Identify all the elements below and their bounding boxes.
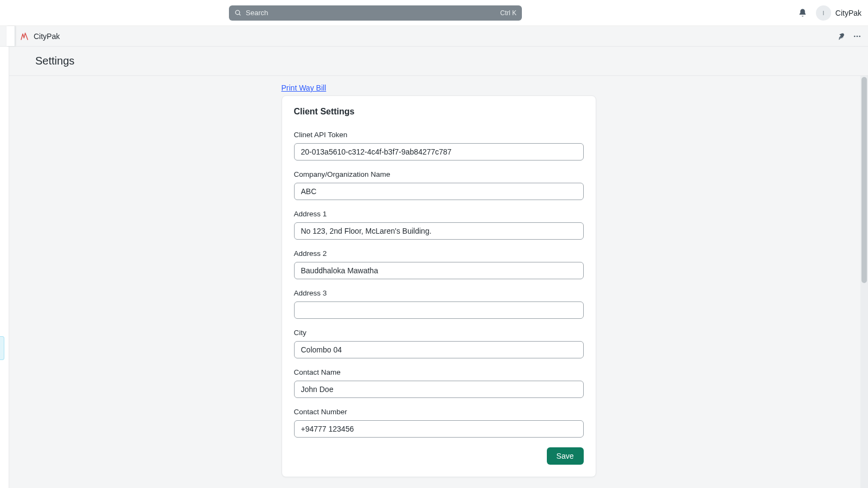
scrollbar-thumb[interactable] [861, 77, 867, 283]
address1-label: Address 1 [294, 210, 584, 218]
page-title: Settings [35, 55, 74, 67]
contact-number-input[interactable] [294, 420, 584, 438]
contact-number-label: Contact Number [294, 408, 584, 416]
sidebar-collapse-handle[interactable] [7, 26, 15, 46]
topbar: Ctrl K I CityPak [0, 0, 868, 26]
notifications-icon[interactable] [798, 8, 807, 17]
search-input[interactable] [246, 9, 500, 17]
city-input[interactable] [294, 341, 584, 358]
more-icon[interactable] [853, 32, 861, 41]
page-header: Settings [9, 47, 868, 76]
scrollbar[interactable] [860, 76, 868, 488]
search-icon [234, 9, 241, 16]
company-input[interactable] [294, 183, 584, 200]
address2-input[interactable] [294, 262, 584, 279]
left-collapse-tab[interactable] [0, 336, 4, 360]
client-settings-card: Client Settings Clinet API Token Company… [282, 95, 596, 477]
search-shortcut: Ctrl K [500, 9, 516, 17]
api-token-input[interactable] [294, 143, 584, 160]
content-area: Print Way Bill Client Settings Clinet AP… [9, 76, 868, 488]
api-token-label: Clinet API Token [294, 131, 584, 139]
svg-point-2 [854, 35, 856, 37]
address3-label: Address 3 [294, 289, 584, 297]
svg-point-4 [859, 35, 860, 37]
app-logo-icon [20, 31, 29, 41]
svg-line-1 [239, 14, 240, 15]
print-waybill-link[interactable]: Print Way Bill [282, 84, 327, 92]
avatar: I [816, 5, 831, 21]
svg-point-0 [235, 10, 240, 15]
app-name: CityPak [34, 32, 60, 41]
svg-point-3 [857, 35, 858, 37]
save-button[interactable]: Save [547, 447, 584, 465]
subheader: CityPak [0, 26, 868, 47]
username: CityPak [835, 9, 861, 17]
contact-name-input[interactable] [294, 381, 584, 398]
address2-label: Address 2 [294, 249, 584, 258]
contact-name-label: Contact Name [294, 368, 584, 376]
company-label: Company/Organization Name [294, 170, 584, 178]
pin-icon[interactable] [837, 32, 845, 40]
search-bar[interactable]: Ctrl K [229, 5, 522, 21]
address1-input[interactable] [294, 222, 584, 240]
address3-input[interactable] [294, 301, 584, 319]
city-label: City [294, 329, 584, 337]
card-title: Client Settings [294, 107, 584, 117]
user-menu[interactable]: I CityPak [816, 5, 861, 21]
